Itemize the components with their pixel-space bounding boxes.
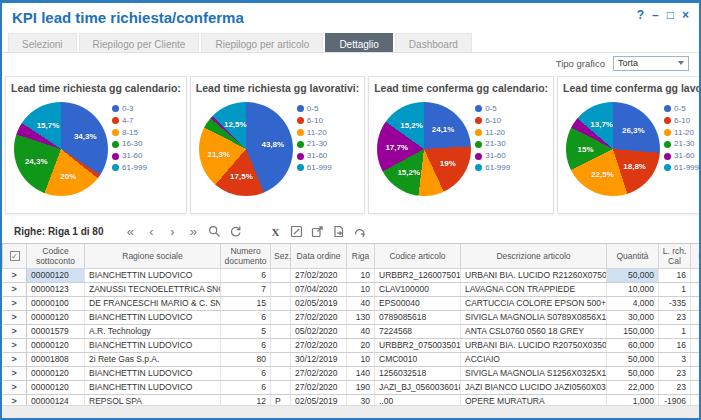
cell-l_rch_cal[interactable]: 23 — [659, 380, 691, 394]
refresh-icon[interactable] — [227, 225, 243, 238]
cell-riga[interactable]: 10 — [347, 282, 375, 296]
next-page-icon[interactable]: › — [164, 226, 180, 238]
select-all-checkbox-icon[interactable]: ✓ — [10, 251, 20, 261]
column-header-sez[interactable]: Sez. — [271, 244, 291, 268]
cell-codice_sottoconto[interactable]: 00000120 — [27, 310, 85, 324]
cell-codice_sottoconto[interactable]: 00000123 — [27, 282, 85, 296]
cell-codice_articolo[interactable]: CLAV100000 — [375, 282, 461, 296]
cell-descrizione_articolo[interactable]: SIVIGLA MAGNOLIA S0789X0856X18 — [461, 310, 607, 324]
cell-codice_articolo[interactable]: EPS00040 — [375, 296, 461, 310]
cell-ragione_sociale[interactable]: A.R. Technology — [85, 324, 221, 338]
row-expander-icon[interactable]: > — [3, 282, 27, 296]
cell-codice_sottoconto[interactable]: 00001579 — [27, 324, 85, 338]
column-header-codice_sottoconto[interactable]: Codice sottoconto — [27, 244, 85, 268]
cell-codice_sottoconto[interactable]: 00000120 — [27, 338, 85, 352]
curved-arrow-help-icon[interactable] — [351, 225, 367, 238]
cell-quantita[interactable]: 50,000 — [607, 268, 659, 282]
cell-sez[interactable] — [271, 296, 291, 310]
cell-numero_documento[interactable]: 15 — [221, 296, 271, 310]
cell-ragione_sociale[interactable]: BIANCHETTIN LUDOVICO — [85, 268, 221, 282]
cell-l_cut[interactable] — [691, 296, 700, 310]
maximize-icon[interactable]: □ — [667, 8, 674, 22]
cell-riga[interactable]: 40 — [347, 324, 375, 338]
column-header-descrizione_articolo[interactable]: Descrizione articolo — [461, 244, 607, 268]
cell-codice_articolo[interactable]: CMC0010 — [375, 352, 461, 366]
cell-codice_sottoconto[interactable]: 00001808 — [27, 352, 85, 366]
cell-codice_articolo[interactable]: 7224568 — [375, 324, 461, 338]
pencil-square-icon[interactable] — [288, 225, 304, 238]
cell-l_cut[interactable] — [691, 324, 700, 338]
tab-riepilogo-per-cliente[interactable]: Riepilogo per Cliente — [79, 33, 200, 52]
cell-ragione_sociale[interactable]: BIANCHETTIN LUDOVICO — [85, 366, 221, 380]
cell-data_ordine[interactable]: 30/12/2019 — [291, 352, 347, 366]
cell-l_rch_cal[interactable]: 3 — [659, 352, 691, 366]
pie-chart[interactable]: 34,3%20%24,3%15,7% — [14, 102, 108, 196]
cell-riga[interactable]: 40 — [347, 296, 375, 310]
excel-export-icon[interactable]: X — [267, 226, 283, 238]
row-expander-icon[interactable]: > — [3, 310, 27, 324]
cell-numero_documento[interactable]: 6 — [221, 268, 271, 282]
cell-riga[interactable]: 10 — [347, 268, 375, 282]
cell-data_ordine[interactable]: 27/02/2020 — [291, 380, 347, 394]
cell-l_cut[interactable] — [691, 338, 700, 352]
row-expander-icon[interactable]: > — [3, 366, 27, 380]
row-expander-icon[interactable]: > — [3, 380, 27, 394]
chart-type-select[interactable]: Torta — [613, 56, 689, 71]
cell-descrizione_articolo[interactable]: URBANI BIA. LUCIDO R21260X0750X18 — [461, 268, 607, 282]
cell-numero_documento[interactable]: 6 — [221, 310, 271, 324]
cell-descrizione_articolo[interactable]: ANTA CSL0760 0560 18 GREY — [461, 324, 607, 338]
cell-codice_sottoconto[interactable]: 00000120 — [27, 380, 85, 394]
cell-quantita[interactable]: 22,000 — [607, 380, 659, 394]
cell-codice_articolo[interactable]: URBBR2_1260075018 — [375, 268, 461, 282]
cell-ragione_sociale[interactable]: DE FRANCESCHI MARIO & C. SNC — [85, 296, 221, 310]
cell-numero_documento[interactable]: 80 — [221, 352, 271, 366]
cell-sez[interactable] — [271, 310, 291, 324]
cell-l_cut[interactable] — [691, 268, 700, 282]
cell-l_cut[interactable] — [691, 352, 700, 366]
column-header-l_cut[interactable]: L — [691, 244, 700, 268]
row-expander-icon[interactable]: > — [3, 338, 27, 352]
cell-riga[interactable]: 10 — [347, 352, 375, 366]
first-page-icon[interactable]: « — [122, 226, 138, 238]
cell-codice_articolo[interactable]: URBBR2_0750035018 — [375, 338, 461, 352]
cell-sez[interactable] — [271, 282, 291, 296]
cell-numero_documento[interactable]: 6 — [221, 338, 271, 352]
cell-descrizione_articolo[interactable]: SIVIGLA MAGNOLIA S1256X0325X18 — [461, 366, 607, 380]
row-expander-icon[interactable]: > — [3, 268, 27, 282]
cell-sez[interactable] — [271, 324, 291, 338]
cell-sez[interactable] — [271, 352, 291, 366]
cell-data_ordine[interactable]: 27/02/2020 — [291, 366, 347, 380]
cell-riga[interactable]: 20 — [347, 338, 375, 352]
cell-quantita[interactable]: 30,000 — [607, 310, 659, 324]
tab-dettaglio[interactable]: Dettaglio — [325, 33, 392, 52]
cell-quantita[interactable]: 150,000 — [607, 324, 659, 338]
open-window-icon[interactable] — [309, 225, 325, 238]
cell-riga[interactable]: 130 — [347, 310, 375, 324]
tab-riepilogo-per-articolo[interactable]: Riepilogo per articolo — [201, 33, 323, 52]
cell-data_ordine[interactable]: 05/02/2020 — [291, 324, 347, 338]
cell-numero_documento[interactable]: 6 — [221, 366, 271, 380]
cell-data_ordine[interactable]: 27/02/2020 — [291, 268, 347, 282]
cell-codice_articolo[interactable]: 1256032518 — [375, 366, 461, 380]
cell-descrizione_articolo[interactable]: JAZI BIANCO LUCIDO JAZI0560X0360X18 — [461, 380, 607, 394]
cell-codice_sottoconto[interactable]: 00000120 — [27, 268, 85, 282]
cell-l_rch_cal[interactable]: -335 — [659, 296, 691, 310]
row-expander-icon[interactable]: > — [3, 352, 27, 366]
cell-ragione_sociale[interactable]: BIANCHETTIN LUDOVICO — [85, 310, 221, 324]
cell-l_cut[interactable] — [691, 380, 700, 394]
cell-l_rch_cal[interactable]: 23 — [659, 310, 691, 324]
cell-numero_documento[interactable]: 6 — [221, 380, 271, 394]
cell-ragione_sociale[interactable]: 2i Rete Gas S.p.A. — [85, 352, 221, 366]
cell-l_rch_cal[interactable]: 16 — [659, 268, 691, 282]
row-expander-icon[interactable]: > — [3, 296, 27, 310]
cell-quantita[interactable]: 10,000 — [607, 282, 659, 296]
last-page-icon[interactable]: » — [185, 226, 201, 238]
cell-codice_sottoconto[interactable]: 00000100 — [27, 296, 85, 310]
cell-data_ordine[interactable]: 02/05/2019 — [291, 296, 347, 310]
cell-riga[interactable]: 140 — [347, 366, 375, 380]
column-header-codice_articolo[interactable]: Codice articolo — [375, 244, 461, 268]
column-header-expander[interactable]: ✓ — [3, 244, 27, 268]
pie-chart[interactable]: 24,1%19%15,2%17,7%15,2% — [377, 102, 471, 196]
cell-l_cut[interactable] — [691, 310, 700, 324]
row-expander-icon[interactable]: > — [3, 324, 27, 338]
